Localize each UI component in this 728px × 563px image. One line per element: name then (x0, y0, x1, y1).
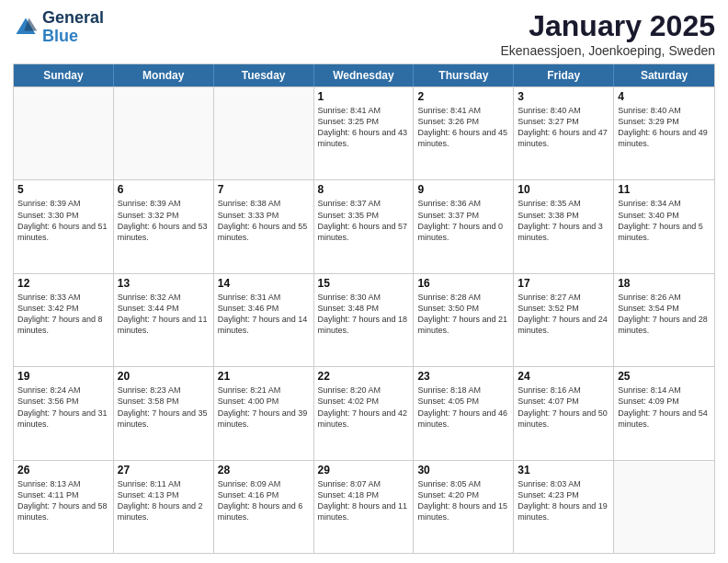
calendar-day-17: 17Sunrise: 8:27 AM Sunset: 3:52 PM Dayli… (514, 274, 614, 366)
calendar-day-27: 27Sunrise: 8:11 AM Sunset: 4:13 PM Dayli… (114, 461, 214, 553)
day-number: 31 (518, 464, 609, 477)
day-number: 25 (618, 370, 711, 383)
calendar-day-4: 4Sunrise: 8:40 AM Sunset: 3:29 PM Daylig… (614, 87, 714, 179)
calendar-day-14: 14Sunrise: 8:31 AM Sunset: 3:46 PM Dayli… (214, 274, 314, 366)
logo: General Blue (13, 9, 104, 46)
calendar-body: 1Sunrise: 8:41 AM Sunset: 3:25 PM Daylig… (14, 86, 714, 553)
calendar-day-empty-0-0 (14, 87, 114, 179)
day-info: Sunrise: 8:24 AM Sunset: 3:56 PM Dayligh… (17, 385, 109, 430)
day-info: Sunrise: 8:05 AM Sunset: 4:20 PM Dayligh… (417, 478, 509, 523)
day-number: 11 (618, 183, 711, 196)
calendar-day-empty-4-6 (614, 461, 714, 553)
day-info: Sunrise: 8:07 AM Sunset: 4:18 PM Dayligh… (318, 478, 410, 523)
calendar-header-wednesday: Wednesday (314, 64, 415, 86)
calendar-day-23: 23Sunrise: 8:18 AM Sunset: 4:05 PM Dayli… (414, 367, 514, 459)
day-number: 13 (118, 277, 210, 290)
day-number: 20 (118, 370, 210, 383)
calendar-day-31: 31Sunrise: 8:03 AM Sunset: 4:23 PM Dayli… (514, 461, 614, 553)
page: General Blue January 2025 Ekenaessjoen, … (0, 0, 728, 563)
day-info: Sunrise: 8:11 AM Sunset: 4:13 PM Dayligh… (118, 478, 210, 523)
day-info: Sunrise: 8:28 AM Sunset: 3:50 PM Dayligh… (417, 292, 509, 337)
day-number: 14 (218, 277, 310, 290)
day-info: Sunrise: 8:40 AM Sunset: 3:29 PM Dayligh… (618, 105, 711, 150)
calendar-header-row: SundayMondayTuesdayWednesdayThursdayFrid… (14, 64, 714, 86)
day-info: Sunrise: 8:27 AM Sunset: 3:52 PM Dayligh… (518, 292, 609, 337)
day-info: Sunrise: 8:31 AM Sunset: 3:46 PM Dayligh… (218, 292, 310, 337)
calendar-row-4: 26Sunrise: 8:13 AM Sunset: 4:11 PM Dayli… (14, 460, 714, 553)
calendar: SundayMondayTuesdayWednesdayThursdayFrid… (13, 63, 715, 554)
logo-icon (13, 15, 39, 40)
logo-text: General Blue (42, 9, 104, 46)
day-number: 16 (417, 277, 509, 290)
calendar-day-6: 6Sunrise: 8:39 AM Sunset: 3:32 PM Daylig… (114, 180, 214, 272)
day-info: Sunrise: 8:09 AM Sunset: 4:16 PM Dayligh… (218, 478, 310, 523)
day-number: 12 (17, 277, 109, 290)
calendar-day-5: 5Sunrise: 8:39 AM Sunset: 3:30 PM Daylig… (14, 180, 114, 272)
calendar-day-30: 30Sunrise: 8:05 AM Sunset: 4:20 PM Dayli… (414, 461, 514, 553)
day-number: 29 (318, 464, 410, 477)
day-info: Sunrise: 8:36 AM Sunset: 3:37 PM Dayligh… (417, 198, 509, 243)
day-info: Sunrise: 8:18 AM Sunset: 4:05 PM Dayligh… (417, 385, 509, 430)
day-number: 18 (618, 277, 711, 290)
day-info: Sunrise: 8:23 AM Sunset: 3:58 PM Dayligh… (118, 385, 210, 430)
calendar-row-3: 19Sunrise: 8:24 AM Sunset: 3:56 PM Dayli… (14, 366, 714, 459)
calendar-header-thursday: Thursday (414, 64, 514, 86)
logo-blue: Blue (42, 27, 78, 45)
day-info: Sunrise: 8:03 AM Sunset: 4:23 PM Dayligh… (518, 478, 609, 523)
day-number: 9 (417, 183, 509, 196)
calendar-day-29: 29Sunrise: 8:07 AM Sunset: 4:18 PM Dayli… (314, 461, 415, 553)
day-info: Sunrise: 8:37 AM Sunset: 3:35 PM Dayligh… (318, 198, 410, 243)
calendar-day-13: 13Sunrise: 8:32 AM Sunset: 3:44 PM Dayli… (114, 274, 214, 366)
day-number: 30 (417, 464, 509, 477)
calendar-day-12: 12Sunrise: 8:33 AM Sunset: 3:42 PM Dayli… (14, 274, 114, 366)
calendar-header-tuesday: Tuesday (214, 64, 314, 86)
calendar-day-28: 28Sunrise: 8:09 AM Sunset: 4:16 PM Dayli… (214, 461, 314, 553)
calendar-header-saturday: Saturday (614, 64, 714, 86)
day-number: 21 (218, 370, 310, 383)
day-info: Sunrise: 8:38 AM Sunset: 3:33 PM Dayligh… (218, 198, 310, 243)
calendar-header-monday: Monday (114, 64, 214, 86)
day-number: 10 (518, 183, 609, 196)
calendar-day-8: 8Sunrise: 8:37 AM Sunset: 3:35 PM Daylig… (314, 180, 415, 272)
calendar-day-21: 21Sunrise: 8:21 AM Sunset: 4:00 PM Dayli… (214, 367, 314, 459)
calendar-day-2: 2Sunrise: 8:41 AM Sunset: 3:26 PM Daylig… (414, 87, 514, 179)
day-info: Sunrise: 8:34 AM Sunset: 3:40 PM Dayligh… (618, 198, 711, 243)
calendar-day-26: 26Sunrise: 8:13 AM Sunset: 4:11 PM Dayli… (14, 461, 114, 553)
day-number: 6 (118, 183, 210, 196)
calendar-row-1: 5Sunrise: 8:39 AM Sunset: 3:30 PM Daylig… (14, 179, 714, 272)
calendar-header-sunday: Sunday (14, 64, 114, 86)
day-info: Sunrise: 8:26 AM Sunset: 3:54 PM Dayligh… (618, 292, 711, 337)
day-number: 5 (17, 183, 109, 196)
calendar-day-1: 1Sunrise: 8:41 AM Sunset: 3:25 PM Daylig… (314, 87, 415, 179)
calendar-row-0: 1Sunrise: 8:41 AM Sunset: 3:25 PM Daylig… (14, 86, 714, 179)
day-number: 27 (118, 464, 210, 477)
day-number: 8 (318, 183, 410, 196)
day-number: 1 (318, 90, 410, 103)
calendar-day-9: 9Sunrise: 8:36 AM Sunset: 3:37 PM Daylig… (414, 180, 514, 272)
calendar-day-empty-0-2 (214, 87, 314, 179)
day-number: 23 (417, 370, 509, 383)
day-number: 28 (218, 464, 310, 477)
day-info: Sunrise: 8:41 AM Sunset: 3:26 PM Dayligh… (417, 105, 509, 150)
calendar-day-20: 20Sunrise: 8:23 AM Sunset: 3:58 PM Dayli… (114, 367, 214, 459)
day-info: Sunrise: 8:16 AM Sunset: 4:07 PM Dayligh… (518, 385, 609, 430)
calendar-day-16: 16Sunrise: 8:28 AM Sunset: 3:50 PM Dayli… (414, 274, 514, 366)
day-number: 17 (518, 277, 609, 290)
day-info: Sunrise: 8:20 AM Sunset: 4:02 PM Dayligh… (318, 385, 410, 430)
day-info: Sunrise: 8:32 AM Sunset: 3:44 PM Dayligh… (118, 292, 210, 337)
logo-general: General (42, 8, 104, 27)
calendar-day-3: 3Sunrise: 8:40 AM Sunset: 3:27 PM Daylig… (514, 87, 614, 179)
day-info: Sunrise: 8:13 AM Sunset: 4:11 PM Dayligh… (17, 478, 109, 523)
calendar-day-19: 19Sunrise: 8:24 AM Sunset: 3:56 PM Dayli… (14, 367, 114, 459)
calendar-day-18: 18Sunrise: 8:26 AM Sunset: 3:54 PM Dayli… (614, 274, 714, 366)
day-info: Sunrise: 8:33 AM Sunset: 3:42 PM Dayligh… (17, 292, 109, 337)
header: General Blue January 2025 Ekenaessjoen, … (13, 9, 715, 58)
calendar-day-7: 7Sunrise: 8:38 AM Sunset: 3:33 PM Daylig… (214, 180, 314, 272)
calendar-day-11: 11Sunrise: 8:34 AM Sunset: 3:40 PM Dayli… (614, 180, 714, 272)
day-info: Sunrise: 8:41 AM Sunset: 3:25 PM Dayligh… (318, 105, 410, 150)
calendar-title: January 2025 (500, 9, 715, 43)
day-number: 4 (618, 90, 711, 103)
day-number: 3 (518, 90, 609, 103)
day-info: Sunrise: 8:21 AM Sunset: 4:00 PM Dayligh… (218, 385, 310, 430)
day-info: Sunrise: 8:39 AM Sunset: 3:32 PM Dayligh… (118, 198, 210, 243)
